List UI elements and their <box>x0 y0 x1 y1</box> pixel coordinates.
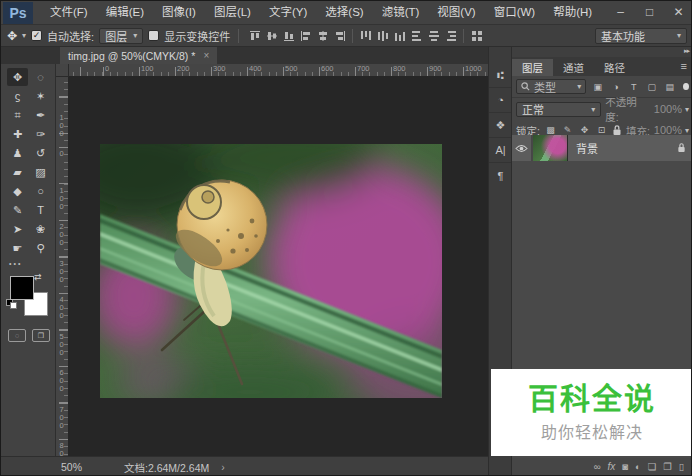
layer-effects-icon[interactable]: fx <box>607 461 615 472</box>
link-layers-icon[interactable]: ∞ <box>594 461 601 472</box>
pen-tool[interactable]: ✎ <box>7 201 28 219</box>
auto-select-dropdown[interactable]: 图层 ▾ <box>99 28 143 44</box>
character-panel-icon[interactable]: A| <box>489 138 512 163</box>
blur-tool[interactable]: ◆ <box>7 182 28 200</box>
new-layer-icon[interactable]: ❐ <box>663 461 672 472</box>
close-button[interactable]: ✕ <box>664 1 692 23</box>
history-brush-tool[interactable]: ↺ <box>30 144 51 162</box>
eyedropper-tool[interactable]: ✒ <box>30 106 51 124</box>
filter-pixel-layers-icon[interactable]: ▣ <box>590 79 605 94</box>
distribute-top-edges-icon[interactable] <box>358 28 373 43</box>
close-tab-icon[interactable]: × <box>203 50 209 61</box>
align-vertical-centers-icon[interactable] <box>264 28 279 43</box>
path-selection-tool[interactable]: ➤ <box>7 220 28 238</box>
auto-select-label: 自动选择: <box>47 28 94 44</box>
zoom-tool[interactable]: ⚲ <box>30 239 51 257</box>
add-layer-mask-icon[interactable]: ◙ <box>622 461 628 472</box>
crop-tool[interactable]: ⌗ <box>7 106 28 124</box>
default-colors-icon[interactable] <box>6 299 18 309</box>
new-adjustment-layer-icon[interactable]: ◐ <box>635 461 641 472</box>
menu-item-layer[interactable]: 图层(L) <box>205 1 260 25</box>
swap-colors-icon[interactable]: ⇄ <box>34 272 42 282</box>
workspace-dropdown[interactable]: 基本功能 ▾ <box>595 28 687 44</box>
eraser-tool[interactable]: ▰ <box>7 163 28 181</box>
filter-adjustment-layers-icon[interactable]: ◑ <box>608 79 623 94</box>
menu-item-window[interactable]: 窗口(W) <box>485 1 545 25</box>
paragraph-panel-icon[interactable]: ¶ <box>489 163 512 188</box>
quick-selection-tool[interactable]: ✶ <box>30 87 51 105</box>
distribute-vertical-centers-icon[interactable] <box>375 28 390 43</box>
adjustments-panel-icon[interactable]: ◔ <box>489 88 512 113</box>
layer-thumbnail[interactable] <box>532 135 568 161</box>
menu-item-type[interactable]: 文字(Y) <box>260 1 316 25</box>
new-group-icon[interactable]: ❏ <box>648 461 657 472</box>
menu-item-view[interactable]: 视图(V) <box>428 1 484 25</box>
show-transform-checkbox[interactable]: ✓ <box>148 30 159 41</box>
auto-align-layers-icon[interactable] <box>469 28 484 43</box>
vertical-ruler[interactable]: 1000100200300400500600700800 <box>56 77 69 456</box>
menu-item-image[interactable]: 图像(I) <box>153 1 205 25</box>
filter-smart-objects-icon[interactable]: ▤ <box>662 79 677 94</box>
distribute-bottom-edges-icon[interactable] <box>392 28 407 43</box>
status-expand-icon[interactable]: › <box>221 461 225 473</box>
custom-shape-tool[interactable]: ❀ <box>30 220 51 238</box>
menu-item-help[interactable]: 帮助(H) <box>544 1 601 25</box>
menu-item-filter[interactable]: 滤镜(T) <box>373 1 429 25</box>
styles-panel-icon[interactable]: ❖ <box>489 113 512 138</box>
move-tool[interactable]: ✥ <box>7 68 28 86</box>
panel-tab-layers[interactable]: 图层 <box>512 59 553 76</box>
blend-mode-dropdown[interactable]: 正常 ▾ <box>516 102 601 117</box>
panel-tab-paths[interactable]: 路径 <box>594 59 635 76</box>
menu-item-select[interactable]: 选择(S) <box>316 1 372 25</box>
tool-preset-caret-icon[interactable]: ▾ <box>22 31 26 40</box>
gradient-tool[interactable]: ▨ <box>30 163 51 181</box>
minimize-button[interactable]: – <box>606 1 635 23</box>
edit-toolbar-icon[interactable]: ••• <box>9 260 22 267</box>
hand-tool[interactable]: ☛ <box>7 239 28 257</box>
align-bottom-edges-icon[interactable] <box>281 28 296 43</box>
align-left-edges-icon[interactable] <box>298 28 313 43</box>
horizontal-ruler[interactable]: 01002003004005006007008009001000 <box>69 64 488 77</box>
menu-item-edit[interactable]: 编辑(E) <box>97 1 153 25</box>
panel-tab-channels[interactable]: 通道 <box>553 59 594 76</box>
distribute-horizontal-centers-icon[interactable] <box>426 28 441 43</box>
auto-select-checkbox[interactable]: ✓ <box>31 30 42 41</box>
align-horizontal-centers-icon[interactable] <box>315 28 330 43</box>
filter-shape-layers-icon[interactable]: ▢ <box>644 79 659 94</box>
document-image-snail-photo[interactable] <box>100 144 442 398</box>
align-right-edges-icon[interactable] <box>332 28 347 43</box>
marquee-tool[interactable]: ◌ <box>30 68 51 86</box>
distribute-left-edges-icon[interactable] <box>409 28 424 43</box>
filter-type-layers-icon[interactable]: T <box>626 79 641 94</box>
layer-filter-toggle[interactable] <box>683 83 689 90</box>
zoom-level-field[interactable]: 50% <box>61 461 82 473</box>
screen-mode-button[interactable]: ❐ <box>32 329 50 342</box>
layer-filter-dropdown[interactable]: 类型 ▾ <box>516 79 586 94</box>
layer-row-background[interactable]: 背景 <box>512 135 692 161</box>
chevron-down-icon: ▾ <box>677 31 681 40</box>
panel-menu-icon[interactable]: ≡ <box>681 60 687 72</box>
menu-item-file[interactable]: 文件(F) <box>41 1 97 25</box>
quick-mask-button[interactable]: ◌ <box>8 329 26 342</box>
canvas-pasteboard[interactable] <box>69 77 488 456</box>
align-top-edges-icon[interactable] <box>247 28 262 43</box>
history-panel-icon[interactable]: ⑆ <box>489 63 512 88</box>
document-tab[interactable]: timg.jpg @ 50%(CMYK/8) * × <box>60 47 217 64</box>
move-tool-icon[interactable]: ✥ <box>7 29 17 43</box>
eye-icon <box>515 144 528 153</box>
collapse-panels-icon[interactable]: ▸▸ <box>684 47 689 55</box>
layer-visibility-toggle[interactable] <box>512 135 532 161</box>
dodge-tool[interactable]: ○ <box>30 182 51 200</box>
opacity-dropdown[interactable]: 100% ▾ <box>654 103 689 115</box>
type-tool[interactable]: T <box>30 201 51 219</box>
delete-layer-icon[interactable]: ▯ <box>679 461 684 472</box>
brush-tool[interactable]: ✑ <box>30 125 51 143</box>
maximize-button[interactable]: □ <box>635 1 664 23</box>
healing-brush-tool[interactable]: ✚ <box>7 125 28 143</box>
dodge-tool-icon: ○ <box>37 185 44 197</box>
lasso-tool[interactable]: ϛ <box>7 87 28 105</box>
distribute-right-edges-icon[interactable] <box>443 28 458 43</box>
foreground-color-swatch[interactable] <box>10 276 34 300</box>
clone-stamp-tool[interactable]: ♟ <box>7 144 28 162</box>
ruler-origin-corner[interactable] <box>56 64 69 77</box>
